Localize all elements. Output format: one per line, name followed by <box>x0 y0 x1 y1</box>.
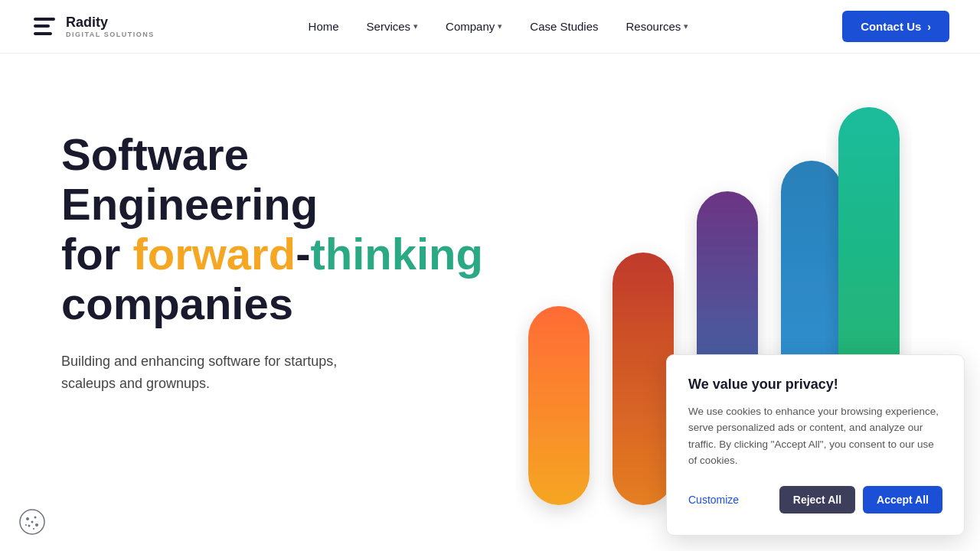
cookie-reject-button[interactable]: Reject All <box>779 486 855 514</box>
nav-item-home[interactable]: Home <box>309 20 339 33</box>
nav-item-services[interactable]: Services ▾ <box>367 20 419 33</box>
logo-name: Radity <box>66 15 155 31</box>
nav-case-studies-link[interactable]: Case Studies <box>530 20 598 33</box>
nav-item-case-studies[interactable]: Case Studies <box>530 20 598 33</box>
navbar: Radity DIGITAL SOLUTIONS Home Services ▾… <box>0 0 980 54</box>
contact-us-button[interactable]: Contact Us › <box>842 11 949 42</box>
logo[interactable]: Radity DIGITAL SOLUTIONS <box>31 13 155 41</box>
cookie-accept-button[interactable]: Accept All <box>863 486 942 514</box>
svg-point-9 <box>28 525 31 527</box>
svg-point-12 <box>25 524 27 526</box>
svg-rect-1 <box>612 253 674 505</box>
arrow-right-icon: › <box>927 21 931 33</box>
cookie-icon[interactable] <box>18 508 46 536</box>
hero-subtitle: Building and enhancing software for star… <box>61 350 413 395</box>
chevron-down-icon: ▾ <box>684 21 688 31</box>
nav-home-link[interactable]: Home <box>309 20 339 33</box>
nav-company-link[interactable]: Company ▾ <box>446 20 502 33</box>
cookie-button-group: Reject All Accept All <box>779 486 942 514</box>
cookie-banner: We value your privacy! We use cookies to… <box>666 354 965 536</box>
svg-point-8 <box>35 523 38 527</box>
nav-resources-link[interactable]: Resources ▾ <box>626 20 689 33</box>
cookie-banner-actions: Customize Reject All Accept All <box>688 486 942 514</box>
nav-item-resources[interactable]: Resources ▾ <box>626 20 689 33</box>
hero-title-thinking: thinking <box>310 229 483 279</box>
cookie-customize-button[interactable]: Customize <box>688 494 739 506</box>
logo-subtitle: DIGITAL SOLUTIONS <box>66 31 155 38</box>
hero-title: Software Engineering for forward-thinkin… <box>61 130 490 329</box>
chevron-down-icon: ▾ <box>498 21 502 31</box>
nav-item-company[interactable]: Company ▾ <box>446 20 502 33</box>
cookie-banner-title: We value your privacy! <box>688 377 942 393</box>
nav-services-link[interactable]: Services ▾ <box>367 20 419 33</box>
svg-point-6 <box>26 517 29 520</box>
svg-point-11 <box>33 528 34 530</box>
svg-point-7 <box>34 517 37 519</box>
hero-title-forward: forward <box>132 229 296 279</box>
hero-content: Software Engineering for forward-thinkin… <box>61 99 490 394</box>
cookie-banner-body: We use cookies to enhance your browsing … <box>688 403 942 469</box>
nav-links: Home Services ▾ Company ▾ Case Studies R… <box>309 20 689 33</box>
chevron-down-icon: ▾ <box>413 21 418 31</box>
svg-point-10 <box>31 521 34 523</box>
logo-icon <box>31 13 58 41</box>
svg-rect-0 <box>528 306 590 505</box>
